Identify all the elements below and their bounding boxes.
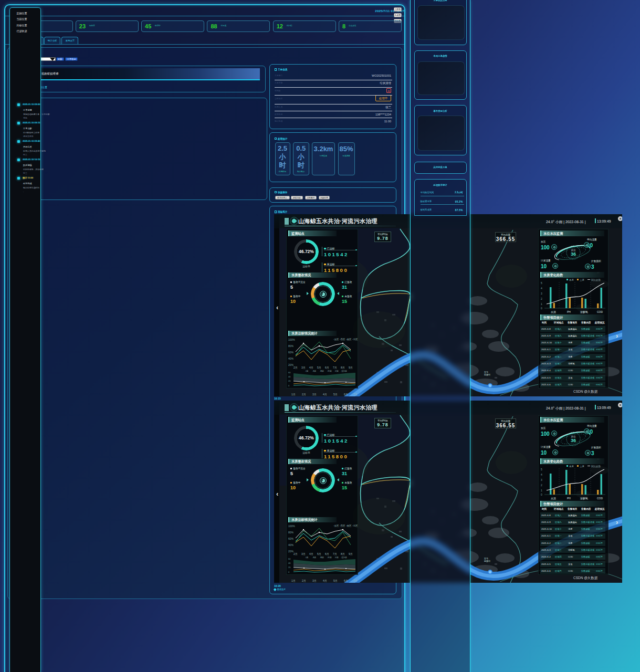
svg-text:7月: 7月: [353, 393, 358, 396]
svg-text:-南区: -南区: [346, 524, 352, 527]
svg-text:本月: 本月: [569, 279, 574, 281]
svg-text:2月: 2月: [302, 393, 306, 396]
svg-text:80%: 80%: [288, 531, 294, 534]
svg-text:40: 40: [288, 375, 291, 378]
svg-text:-劣Ⅴ类: -劣Ⅴ类: [341, 556, 347, 559]
svg-text:溶解氧: 溶解氧: [580, 310, 588, 314]
svg-text:100%: 100%: [288, 338, 295, 341]
svg-text:2: 2: [541, 484, 542, 487]
svg-text:5月: 5月: [333, 393, 338, 396]
svg-text:4月: 4月: [323, 579, 327, 583]
svg-text:-Ⅰ类: -Ⅰ类: [305, 556, 309, 559]
svg-text:COD: COD: [597, 310, 603, 313]
svg-text:60: 60: [288, 371, 291, 374]
svg-text:20: 20: [288, 380, 291, 382]
svg-text:40%: 40%: [288, 543, 294, 547]
svg-text:0: 0: [541, 307, 542, 310]
svg-text:40%: 40%: [288, 357, 294, 360]
svg-text:20%: 20%: [288, 550, 294, 553]
svg-text:COD: COD: [597, 497, 603, 500]
svg-text:-Ⅲ类: -Ⅲ类: [320, 370, 324, 372]
svg-text:2: 2: [541, 297, 542, 300]
svg-text:36: 36: [571, 438, 576, 443]
svg-text:1: 1: [541, 302, 542, 306]
svg-text:7月: 7月: [353, 579, 358, 583]
svg-text:5月: 5月: [333, 579, 338, 583]
svg-text:-北区: -北区: [352, 524, 358, 527]
svg-text:1月: 1月: [291, 579, 296, 583]
svg-text:-东区: -东区: [333, 524, 339, 527]
svg-text:-劣Ⅴ类: -劣Ⅴ类: [341, 370, 347, 373]
svg-text:4月: 4月: [323, 393, 327, 396]
svg-text:-Ⅱ类: -Ⅱ类: [312, 370, 316, 372]
svg-text:60: 60: [288, 558, 291, 560]
svg-text:上月: 上月: [580, 279, 584, 281]
svg-text:6月: 6月: [344, 579, 348, 583]
svg-text:溶解氧: 溶解氧: [580, 497, 588, 500]
svg-text:5: 5: [541, 281, 542, 285]
svg-text:-Ⅰ类: -Ⅰ类: [305, 370, 309, 372]
svg-text:4: 4: [541, 287, 542, 290]
svg-text:-西区: -西区: [340, 338, 345, 341]
svg-text:水温: 水温: [551, 497, 556, 500]
svg-text:本月: 本月: [569, 465, 574, 468]
svg-text:0: 0: [541, 493, 542, 496]
svg-text:-Ⅳ类: -Ⅳ类: [327, 556, 332, 559]
svg-text:-Ⅱ类: -Ⅱ类: [312, 556, 316, 559]
svg-text:60%: 60%: [288, 537, 294, 540]
svg-text:0: 0: [288, 384, 290, 387]
svg-text:4: 4: [541, 473, 542, 476]
svg-text:100%: 100%: [288, 524, 295, 528]
svg-text:-Ⅴ类: -Ⅴ类: [334, 556, 339, 559]
svg-text:-东区: -东区: [333, 338, 339, 341]
svg-text:-Ⅲ类: -Ⅲ类: [320, 556, 324, 559]
svg-text:-西区: -西区: [340, 524, 345, 527]
svg-text:36: 36: [571, 251, 576, 257]
svg-text:20%: 20%: [288, 363, 294, 366]
svg-text:PH: PH: [567, 497, 571, 500]
svg-text:同比趋势: 同比趋势: [591, 465, 601, 468]
svg-text:-Ⅳ类: -Ⅳ类: [327, 370, 332, 372]
svg-text:-Ⅴ类: -Ⅴ类: [334, 370, 339, 372]
svg-text:上月: 上月: [580, 465, 584, 468]
svg-text:80%: 80%: [288, 344, 294, 348]
svg-text:1: 1: [541, 489, 542, 492]
svg-text:6月: 6月: [344, 393, 348, 396]
svg-text:2月: 2月: [302, 579, 306, 583]
svg-text:3月: 3月: [312, 393, 317, 396]
svg-text:40: 40: [288, 562, 291, 564]
svg-text:3月: 3月: [312, 579, 317, 583]
svg-text:20: 20: [288, 566, 291, 569]
svg-text:-北区: -北区: [352, 338, 358, 341]
svg-text:5: 5: [541, 468, 542, 471]
svg-text:-南区: -南区: [346, 338, 352, 341]
svg-text:3: 3: [541, 292, 542, 295]
svg-text:水温: 水温: [551, 310, 556, 314]
svg-text:60%: 60%: [288, 351, 294, 354]
svg-text:PH: PH: [567, 310, 571, 313]
svg-text:同比趋势: 同比趋势: [591, 279, 601, 282]
svg-text:3: 3: [541, 478, 542, 481]
svg-text:1月: 1月: [291, 393, 296, 396]
svg-text:0: 0: [288, 571, 290, 573]
